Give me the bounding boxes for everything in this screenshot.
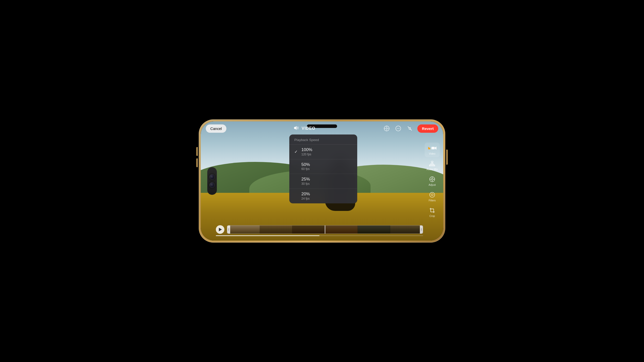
svg-point-21: [432, 162, 433, 162]
video-icon: [429, 145, 436, 152]
screen-content: Cancel VIDEO: [201, 121, 443, 241]
top-center-controls: VIDEO: [294, 126, 315, 131]
timeline-strip[interactable]: [227, 225, 423, 234]
sidebar-label-crop: Crop: [429, 215, 435, 217]
camera-lens-1: [209, 174, 215, 180]
svg-point-10: [399, 128, 399, 129]
timeline-frame-4: [325, 225, 358, 234]
svg-point-2: [386, 128, 387, 129]
svg-line-12: [411, 129, 412, 130]
svg-rect-13: [431, 147, 435, 149]
sidebar-label-video: Video: [429, 152, 435, 155]
speed-percent-25: 25%: [301, 177, 310, 182]
svg-rect-15: [429, 164, 430, 166]
speed-info-100: 100% 120 fps: [301, 148, 312, 156]
timeline-frame-2: [260, 225, 293, 234]
svg-point-28: [430, 192, 435, 197]
playback-speed-dropdown: Playback Speed ✓ 100% 120 fps ✓ 50% 60 f…: [289, 134, 357, 203]
svg-rect-34: [431, 209, 434, 212]
dropdown-header: Playback Speed: [289, 134, 357, 145]
volume-up-button[interactable]: [196, 147, 198, 156]
sidebar-label-filters: Filters: [429, 199, 436, 202]
svg-point-8: [397, 128, 397, 129]
svg-point-23: [431, 178, 433, 180]
progress-bar[interactable]: [216, 235, 423, 236]
speed-info-50: 50% 60 fps: [301, 162, 310, 171]
timeline-handle-right[interactable]: [420, 225, 423, 234]
sidebar-item-adjust[interactable]: Adjust: [425, 174, 440, 188]
svg-rect-19: [434, 164, 435, 166]
speed-info-20: 20% 24 fps: [301, 192, 310, 200]
svg-marker-14: [435, 147, 436, 150]
sidebar-item-filters[interactable]: Filters: [425, 189, 440, 204]
power-button[interactable]: [446, 150, 448, 165]
settings-icon-btn[interactable]: [383, 124, 391, 132]
speed-fps-25: 30 fps: [301, 182, 310, 186]
speed-percent-20: 20%: [301, 192, 310, 197]
compress-icon-btn[interactable]: [406, 124, 414, 132]
timeline-frame-5: [358, 225, 390, 234]
timeline-frame-6: [390, 225, 423, 234]
speed-info-25: 25% 30 fps: [301, 177, 310, 186]
phone-frame: Cancel VIDEO: [199, 119, 445, 243]
sidebar-item-crop[interactable]: Crop: [425, 205, 440, 219]
speed-fps-20: 24 fps: [301, 197, 310, 200]
phone-screen: Cancel VIDEO: [201, 121, 443, 241]
svg-marker-0: [294, 126, 297, 130]
scrubber-line[interactable]: [325, 225, 325, 234]
audio-mix-icon: [429, 160, 436, 167]
svg-rect-18: [433, 163, 434, 166]
more-options-icon-btn[interactable]: [394, 124, 402, 132]
cancel-button[interactable]: Cancel: [206, 124, 226, 133]
speed-fps-100: 120 fps: [301, 153, 312, 156]
video-title: VIDEO: [302, 126, 315, 131]
sidebar-item-audio-mix[interactable]: Audio Mix: [425, 158, 440, 173]
volume-icon[interactable]: [294, 126, 299, 131]
speed-option-50[interactable]: ✓ 50% 60 fps: [289, 159, 357, 174]
revert-button[interactable]: Revert: [417, 124, 438, 133]
svg-point-9: [398, 128, 398, 129]
play-button[interactable]: [216, 225, 224, 234]
top-bar: Cancel VIDEO: [201, 121, 443, 135]
speed-fps-50: 60 fps: [301, 167, 310, 171]
sidebar-label-adjust: Adjust: [429, 184, 436, 186]
svg-line-11: [408, 126, 409, 128]
sidebar-label-audio-mix: Audio Mix: [427, 168, 438, 171]
progress-fill: [216, 235, 319, 236]
timeline-frame-1: [227, 225, 260, 234]
camera-lens-2: [209, 182, 215, 188]
timeline-frame-3: [292, 225, 325, 234]
adjust-icon: [429, 176, 436, 183]
camera-bump: [207, 167, 217, 195]
bottom-controls: [216, 225, 423, 236]
crop-icon: [429, 207, 436, 214]
speed-option-100[interactable]: ✓ 100% 120 fps: [289, 145, 357, 159]
speed-option-25[interactable]: ✓ 25% 30 fps: [289, 174, 357, 189]
svg-rect-16: [430, 163, 431, 166]
right-sidebar: Video Aud: [425, 143, 440, 219]
top-right-controls: Revert: [383, 124, 438, 133]
sidebar-item-video[interactable]: Video: [425, 143, 440, 157]
timeline-handle-left[interactable]: [227, 225, 230, 234]
speed-option-20[interactable]: ✓ 20% 24 fps: [289, 189, 357, 203]
play-triangle-icon: [219, 228, 222, 231]
timeline-row: [216, 225, 423, 234]
filters-icon: [429, 191, 436, 198]
speed-percent-100: 100%: [301, 148, 312, 152]
svg-point-29: [431, 194, 433, 196]
volume-down-button[interactable]: [196, 158, 198, 167]
speed-percent-50: 50%: [301, 162, 310, 167]
checkmark-100: ✓: [294, 149, 298, 154]
